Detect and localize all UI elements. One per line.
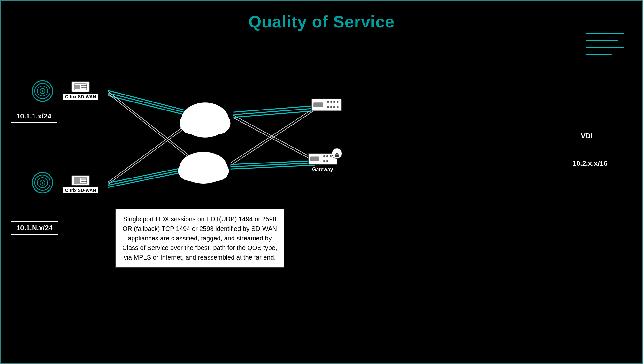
svg-point-63 (81, 87, 83, 88)
svg-point-65 (85, 87, 87, 88)
menu-lines (586, 33, 624, 55)
svg-point-61 (83, 85, 85, 86)
sdwan-bottom-box (71, 175, 90, 186)
sdwan-top-label: Citrix SD-WAN (63, 94, 98, 100)
sdwan-top-box (71, 81, 90, 92)
svg-point-68 (81, 178, 83, 180)
svg-point-57 (42, 182, 43, 184)
menu-line-4 (586, 54, 612, 55)
svg-point-36 (333, 106, 335, 108)
svg-point-41 (326, 155, 328, 157)
svg-point-71 (81, 181, 83, 182)
svg-point-72 (83, 181, 85, 182)
sdwan-top-device: Citrix SD-WAN (63, 81, 98, 100)
svg-point-33 (337, 101, 339, 103)
svg-rect-47 (335, 154, 339, 157)
svg-point-44 (323, 160, 325, 162)
svg-line-14 (233, 118, 315, 161)
svg-point-60 (81, 85, 83, 86)
vdi-label: VDI (581, 132, 593, 140)
svg-point-27 (181, 165, 226, 183)
ip-top-left: 10.1.1.x/24 (11, 110, 57, 123)
ip-bottom-left: 10.1.N.x/24 (11, 221, 58, 235)
svg-point-31 (330, 101, 332, 103)
svg-point-73 (85, 181, 87, 182)
ip-right: 10.2.x.x/16 (567, 157, 613, 170)
menu-line-1 (586, 33, 624, 34)
citrix-logo-top (32, 80, 53, 102)
svg-rect-58 (75, 85, 80, 89)
svg-point-35 (330, 106, 332, 108)
svg-point-40 (323, 155, 325, 157)
citrix-logo-bottom (32, 172, 53, 193)
main-container: Quality of Service (0, 0, 643, 364)
svg-point-42 (330, 155, 332, 157)
svg-rect-29 (313, 102, 323, 107)
svg-point-62 (85, 85, 87, 86)
svg-rect-66 (75, 178, 80, 183)
svg-point-30 (327, 101, 329, 103)
info-text: Single port HDX sessions on EDT(UDP) 149… (122, 216, 277, 261)
svg-point-23 (183, 117, 227, 136)
menu-line-3 (586, 47, 624, 48)
svg-rect-39 (310, 156, 319, 161)
svg-point-52 (42, 90, 43, 92)
info-text-box: Single port HDX sessions on EDT(UDP) 149… (115, 209, 284, 268)
svg-point-45 (326, 160, 328, 162)
svg-line-16 (231, 110, 315, 165)
gateway-text: Gateway (312, 167, 333, 172)
svg-point-69 (83, 178, 85, 180)
svg-point-70 (85, 178, 87, 180)
svg-point-34 (327, 106, 329, 108)
menu-line-2 (586, 40, 618, 41)
svg-point-37 (337, 106, 339, 108)
svg-point-64 (83, 87, 85, 88)
sdwan-bottom-device: Citrix SD-WAN (63, 175, 98, 193)
svg-point-32 (333, 101, 335, 103)
sdwan-bottom-label: Citrix SD-WAN (63, 187, 98, 193)
